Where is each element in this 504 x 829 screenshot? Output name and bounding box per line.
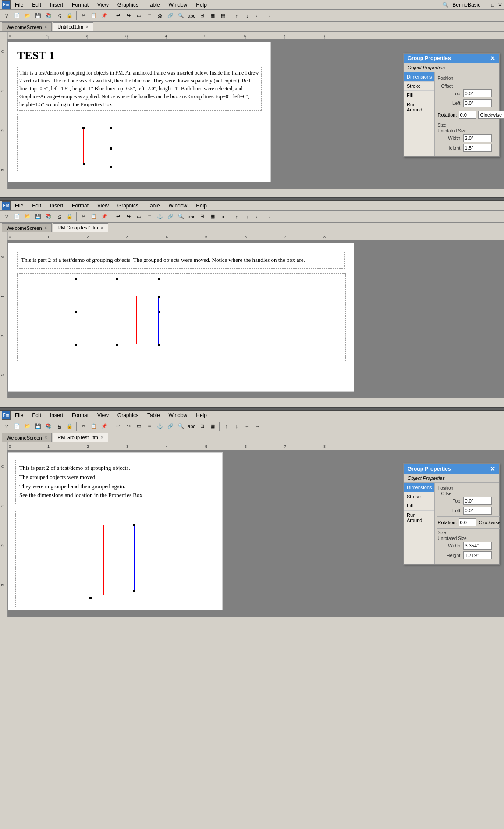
menu-graphics-3[interactable]: Graphics	[116, 411, 140, 419]
top-input-1[interactable]	[463, 89, 492, 97]
tb-grid3[interactable]: ▤	[218, 11, 228, 21]
menu-insert-2[interactable]: Insert	[48, 202, 65, 210]
menu-edit-2[interactable]: Edit	[30, 202, 43, 210]
tb-tag[interactable]: ⌗	[145, 11, 154, 21]
maximize-btn-1[interactable]: □	[491, 2, 494, 8]
minimize-btn-1[interactable]: ─	[484, 2, 488, 8]
tb-chain[interactable]: ⛓	[155, 11, 165, 21]
tab-close-untitled-1[interactable]: ×	[86, 25, 89, 29]
tb3-save[interactable]: 💾	[33, 422, 43, 431]
menu-file-3[interactable]: File	[13, 411, 25, 419]
tb2-paste[interactable]: 📌	[99, 212, 109, 222]
tb-open[interactable]: 📂	[23, 11, 32, 21]
tab-group-3[interactable]: RM GroupTest1.fm ×	[53, 433, 108, 442]
width-input-1[interactable]	[463, 134, 492, 142]
tb2-rarr[interactable]: →	[263, 212, 273, 222]
search-icon-1[interactable]: 🔍	[442, 2, 449, 8]
rotation-input-3[interactable]	[459, 518, 476, 526]
left-input-3[interactable]	[463, 507, 492, 515]
tb2-up[interactable]: ↑	[232, 212, 241, 222]
props-tab-dim-3[interactable]: Dimensions	[404, 483, 434, 492]
tb2-rect[interactable]: ▭	[134, 212, 144, 222]
menu-help-1[interactable]: Help	[194, 1, 209, 9]
menu-view-1[interactable]: View	[96, 1, 110, 9]
tb3-up[interactable]: ↑	[221, 422, 231, 431]
tb-up[interactable]: ↑	[232, 11, 241, 21]
tb3-open[interactable]: 📂	[23, 422, 32, 431]
tb3-cut[interactable]: ✂	[78, 422, 88, 431]
menu-table-2[interactable]: Table	[146, 202, 162, 210]
menu-view-2[interactable]: View	[96, 202, 110, 210]
props-tab-run-1[interactable]: Run Around	[404, 100, 434, 114]
tb3-grid[interactable]: ▦	[208, 422, 217, 431]
tb3-chain[interactable]: 🔗	[166, 422, 175, 431]
props-tab-stroke-1[interactable]: Stroke	[404, 82, 434, 91]
menu-format-1[interactable]: Format	[70, 1, 90, 9]
props-tab-stroke-3[interactable]: Stroke	[404, 492, 434, 501]
tb-chain2[interactable]: 🔗	[166, 11, 175, 21]
tab-close-group-3[interactable]: ×	[101, 435, 103, 440]
tb3-lock[interactable]: 🔒	[65, 422, 75, 431]
tb2-help[interactable]: ?	[2, 212, 11, 222]
tb2-open[interactable]: 📂	[23, 212, 32, 222]
tb3-help[interactable]: ?	[2, 422, 11, 431]
tb-print[interactable]: 🖨	[54, 11, 64, 21]
menu-view-3[interactable]: View	[96, 411, 110, 419]
tb2-book[interactable]: 📚	[44, 212, 53, 222]
tb-right[interactable]: →	[263, 11, 273, 21]
props-tab-fill-3[interactable]: Fill	[404, 501, 434, 511]
tb3-down[interactable]: ↓	[232, 422, 241, 431]
tb-left[interactable]: ←	[253, 11, 263, 21]
menu-insert-1[interactable]: Insert	[48, 1, 65, 9]
tb3-larr[interactable]: ←	[242, 422, 252, 431]
tb-save[interactable]: 💾	[33, 11, 43, 21]
group-props-close-1[interactable]: ✕	[490, 55, 495, 62]
tb-undo[interactable]: ↩	[113, 11, 123, 21]
tab-welcome-3[interactable]: WelcomeScreen ×	[2, 433, 52, 442]
tab-welcome-2[interactable]: WelcomeScreen ×	[2, 223, 52, 232]
menu-window-1[interactable]: Window	[167, 1, 189, 9]
top-input-3[interactable]	[463, 497, 492, 505]
tb2-th[interactable]: ⊞	[197, 212, 207, 222]
tb3-th[interactable]: ⊞	[197, 422, 207, 431]
menu-format-2[interactable]: Format	[70, 202, 90, 210]
tb3-anchor[interactable]: ⚓	[155, 422, 165, 431]
menu-graphics-2[interactable]: Graphics	[116, 202, 140, 210]
menu-graphics-1[interactable]: Graphics	[116, 1, 140, 9]
tb2-undo[interactable]: ↩	[113, 212, 123, 222]
tab-group-2[interactable]: RM GroupTest1.fm ×	[53, 223, 108, 232]
tb2-redo[interactable]: ↪	[124, 212, 133, 222]
tb3-find[interactable]: 🔍	[176, 422, 186, 431]
tab-untitled-1[interactable]: Untitled1.fm ×	[53, 22, 93, 31]
menu-file-1[interactable]: File	[13, 1, 25, 9]
menu-help-3[interactable]: Help	[194, 411, 209, 419]
tb3-print[interactable]: 🖨	[54, 422, 64, 431]
tb-spell[interactable]: abc	[187, 11, 196, 21]
tb3-rarr[interactable]: →	[253, 422, 263, 431]
menu-file-2[interactable]: File	[13, 202, 25, 210]
menu-edit-1[interactable]: Edit	[30, 1, 43, 9]
tb-lock[interactable]: 🔒	[65, 11, 75, 21]
tab-close-welcome-2[interactable]: ×	[45, 225, 47, 230]
tab-welcome-1[interactable]: WelcomeScreen ×	[2, 22, 52, 31]
tb2-find[interactable]: 🔍	[176, 212, 186, 222]
width-input-3[interactable]	[463, 542, 492, 550]
tb3-rect[interactable]: ▭	[134, 422, 144, 431]
tb-book[interactable]: 📚	[44, 11, 53, 21]
left-input-1[interactable]	[463, 99, 492, 107]
tb2-down[interactable]: ↓	[242, 212, 252, 222]
height-input-3[interactable]	[463, 551, 492, 559]
tb3-redo[interactable]: ↪	[124, 422, 133, 431]
menu-window-2[interactable]: Window	[167, 202, 189, 210]
tb2-grid[interactable]: ▦	[208, 212, 217, 222]
tb2-chain[interactable]: 🔗	[166, 212, 175, 222]
menu-insert-3[interactable]: Insert	[48, 411, 65, 419]
tb2-larr[interactable]: ←	[253, 212, 263, 222]
rotation-dir-1[interactable]: Clockwise Counter	[478, 111, 504, 119]
tb-cut[interactable]: ✂	[78, 11, 88, 21]
tab-close-group-2[interactable]: ×	[101, 225, 103, 230]
tb-find[interactable]: 🔍	[176, 11, 186, 21]
tb2-tag[interactable]: ⌗	[145, 212, 154, 222]
menu-table-3[interactable]: Table	[146, 411, 162, 419]
tb-paste[interactable]: 📌	[99, 11, 109, 21]
